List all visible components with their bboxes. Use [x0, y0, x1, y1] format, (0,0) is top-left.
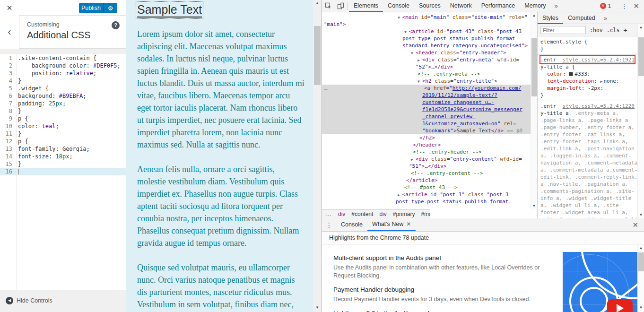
editor-line[interactable]: 2 background-color: #DEF0F5; [0, 62, 126, 69]
dom-tree-row-selected[interactable]: f1e1d2058e29&customize_messenger [322, 106, 531, 113]
dom-tree-scrollbar-thumb[interactable] [531, 38, 537, 96]
css-code-editor[interactable]: 1.site-content-contain {2 background-col… [0, 54, 126, 290]
dom-tree-row[interactable]: ▼ <h2 class="entry-title"> [322, 78, 531, 85]
scroll-up-icon[interactable]: ▲ [638, 245, 644, 251]
dom-tree-row[interactable]: "52">…</div> [322, 63, 531, 70]
stylesheet-source-link[interactable]: style.css?v…=5.2.4:1921 [563, 56, 635, 63]
editor-line[interactable]: 3 position: relative; [0, 69, 126, 77]
dom-tree-row[interactable]: ▼ <header class="entry-header"> [322, 49, 531, 56]
tab-console[interactable]: Console [383, 0, 414, 12]
drawer-scrollbar[interactable]: ▲ ▼ [637, 245, 644, 312]
dom-tree-row[interactable]: <!-- .entry-header --> [322, 148, 531, 156]
drawer-tab-what-s-new[interactable]: What's New✕ [367, 218, 416, 231]
breadcrumb-item[interactable]: div [338, 211, 345, 217]
dom-tree-row[interactable]: </article> [322, 177, 531, 184]
toggle-element-classes[interactable]: .cls [607, 27, 620, 34]
video-thumbnail[interactable] [563, 252, 637, 312]
entry-title-link[interactable]: Sample Text [137, 3, 202, 17]
links-group-rule[interactable]: .entr style.css?v…=5.2.4:1220 y-title a,… [538, 101, 637, 218]
css-property[interactable]: margin-left: -2px; [540, 85, 635, 92]
dom-tree-row-selected[interactable]: 2019/11/12/sample-text/? [322, 92, 531, 99]
dom-tree-row[interactable]: </header> [322, 141, 531, 148]
customizer-close-button[interactable]: ✕ [0, 0, 19, 16]
more-tabs-chevron[interactable]: » [550, 2, 561, 9]
dom-tree-row-selected[interactable]: customize_changeset_u…- [322, 99, 531, 106]
dom-tree-row-selected[interactable]: 1&customize_autosaved=on" rel= [322, 120, 531, 127]
editor-line[interactable]: 11} [0, 130, 126, 138]
css-property[interactable]: color: #333; [540, 70, 635, 78]
publish-settings-gear-icon[interactable]: ⚙ [103, 3, 117, 13]
editor-line[interactable]: 1.site-content-contain { [0, 54, 126, 62]
dom-tree-row[interactable]: <!-- .entry-meta --> [322, 70, 531, 78]
editor-line[interactable]: 15} [0, 160, 126, 168]
stylesheet-source-link[interactable]: style.css?v…=5.2.4:1220 [563, 103, 635, 110]
breadcrumb-overflow-ellipsis[interactable]: … [326, 211, 332, 217]
item-title[interactable]: Payment Handler debugging [333, 286, 556, 293]
devtools-menu-kebab-icon[interactable]: ⋮ [617, 2, 631, 10]
breadcrumb-item[interactable]: div [379, 211, 386, 217]
dom-tree-row[interactable]: "51">…</div> [322, 163, 531, 170]
entry-title-rule[interactable]: .entr style.css?v…=5.2.4:1921 y-title a … [538, 55, 637, 101]
scroll-down-icon[interactable]: ▼ [531, 203, 537, 209]
dom-tree-scrollbar[interactable]: ▲ ▼ [531, 12, 537, 209]
preview-scrollbar[interactable]: ▲ ▼ [313, 0, 322, 312]
preview-scrollbar-thumb[interactable] [314, 26, 321, 85]
scroll-down-icon[interactable]: ▼ [638, 304, 644, 311]
styles-filter-input[interactable] [540, 26, 586, 34]
styles-scrollbar-thumb[interactable] [638, 37, 644, 76]
styles-tab-styles[interactable]: Styles [538, 12, 563, 24]
dom-tree-row[interactable]: </h2> [322, 134, 531, 141]
tab-sources[interactable]: Sources [414, 0, 445, 12]
breadcrumb-item[interactable]: #main [421, 211, 430, 217]
dom-tree-row[interactable]: ▶ <article id="post-1" class="post-1 [322, 191, 531, 198]
dom-tree-row[interactable]: ▶ <div class="entry-meta" wfd-id= [322, 56, 531, 63]
expand-arrow-icon[interactable]: ▶ [600, 79, 603, 84]
scroll-up-icon[interactable]: ▲ [638, 24, 644, 31]
editor-line[interactable]: 4} [0, 77, 126, 85]
editor-line[interactable]: 5.widget { [0, 85, 126, 92]
dom-tree-row[interactable]: "main"> [322, 21, 531, 28]
more-styles-tabs-chevron[interactable]: » [600, 15, 611, 22]
item-title[interactable]: Lighthouse 5.2 in the Audits panel [333, 310, 556, 312]
editor-line[interactable]: 14font-size: 18px; [0, 153, 126, 160]
new-style-rule-plus-icon[interactable]: + [623, 26, 627, 34]
editor-line[interactable]: 16 [0, 168, 126, 175]
editor-line[interactable]: 12p { [0, 138, 126, 145]
publish-button[interactable]: Publish [79, 3, 103, 13]
css-property[interactable]: text-decoration: ▶none; [540, 78, 635, 85]
editor-line[interactable]: 13font-family: Georgia; [0, 145, 126, 153]
element-style-rule[interactable]: element.style { } [538, 37, 637, 55]
dom-tree-row[interactable]: <!-- #post-43 --> [322, 184, 531, 191]
drawer-scrollbar-thumb[interactable] [638, 252, 644, 271]
color-swatch[interactable] [569, 72, 573, 76]
css-editor-lines[interactable]: 1.site-content-contain {2 background-col… [0, 54, 126, 175]
tab-performance[interactable]: Performance [477, 0, 520, 12]
back-chevron-button[interactable]: ‹ [0, 16, 19, 49]
editor-line[interactable]: 9p { [0, 115, 126, 122]
inspect-element-icon[interactable] [322, 0, 334, 12]
scroll-up-icon[interactable]: ▲ [313, 0, 322, 7]
drawer-close-icon[interactable]: ✕ [627, 221, 644, 229]
devtools-close-icon[interactable]: ✕ [631, 2, 644, 10]
drawer-menu-kebab-icon[interactable]: ⋮ [322, 221, 336, 229]
breadcrumb-item[interactable]: #primary [393, 211, 415, 217]
row-ellipsis-marker[interactable]: … [324, 85, 328, 92]
tab-network[interactable]: Network [445, 0, 477, 12]
item-title[interactable]: Multi-client support in the Audits panel [333, 254, 556, 261]
editor-line[interactable]: 6background: #B9EBFA; [0, 92, 126, 100]
hide-controls-button[interactable]: ◀ Hide Controls [6, 297, 52, 304]
close-tab-icon[interactable]: ✕ [406, 218, 411, 231]
help-icon[interactable]: ? [112, 21, 120, 29]
scroll-down-icon[interactable]: ▼ [313, 304, 322, 311]
dom-tree-row[interactable]: ▼ <article id="post-43" class="post-43 [322, 28, 531, 35]
editor-line[interactable]: 8} [0, 107, 126, 115]
dom-tree-row[interactable]: post type-post status-publish format- [322, 35, 531, 42]
scroll-up-icon[interactable]: ▲ [531, 12, 537, 19]
styles-scrollbar[interactable]: ▲ ▼ [637, 24, 644, 218]
drawer-tab-console[interactable]: Console [336, 218, 367, 231]
dom-tree-row-selected[interactable]: _channel=preview- [322, 113, 531, 120]
dom-tree-row[interactable]: ▼ <main id="main" class="site-main" role… [322, 14, 531, 21]
dom-tree-row[interactable]: standard hentry category-uncategorised"> [322, 42, 531, 49]
device-toolbar-icon[interactable] [334, 0, 347, 12]
dom-tree-row[interactable]: post type-post status-publish format- [322, 198, 531, 205]
